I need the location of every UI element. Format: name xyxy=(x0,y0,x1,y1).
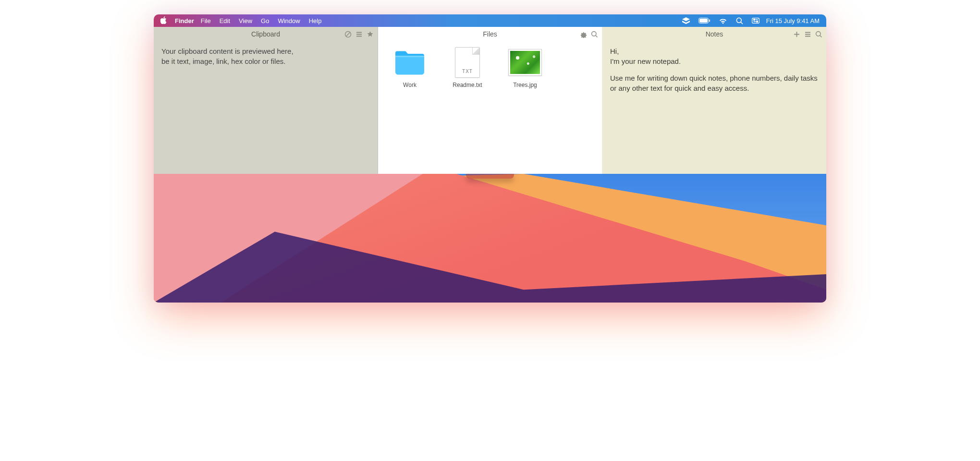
svg-line-16 xyxy=(596,36,598,37)
menu-view[interactable]: View xyxy=(239,17,252,24)
svg-point-15 xyxy=(592,31,596,36)
clipboard-clear-icon[interactable] xyxy=(344,31,352,38)
clipboard-star-icon[interactable] xyxy=(367,31,374,38)
notes-text-line: Hi, xyxy=(610,47,619,55)
folder-icon xyxy=(393,47,427,78)
file-item-txt[interactable]: TXT Readme.txt xyxy=(445,47,490,88)
menubar: Finder File Edit View Go Window Help Fri… xyxy=(154,14,826,27)
clipboard-header: Clipboard xyxy=(154,27,378,41)
menubar-clock[interactable]: Fri 15 July 9:41 AM xyxy=(766,17,820,24)
notes-header: Notes xyxy=(602,27,826,41)
notes-list-icon[interactable] xyxy=(804,31,811,38)
file-label: Work xyxy=(403,82,416,88)
svg-line-23 xyxy=(820,36,822,37)
file-ext-label: TXT xyxy=(462,69,473,74)
notes-add-icon[interactable] xyxy=(793,31,800,38)
notes-body[interactable]: Hi, I'm your new notepad. Use me for wri… xyxy=(602,41,826,105)
notes-panel: Notes Hi, I'm your new notepad. xyxy=(602,27,826,174)
clipboard-title: Clipboard xyxy=(251,30,280,38)
control-center-icon[interactable] xyxy=(752,18,760,24)
txt-file-icon: TXT xyxy=(451,47,484,78)
image-thumbnail-icon xyxy=(508,47,542,78)
svg-rect-2 xyxy=(709,20,710,22)
clipboard-body: Your clipboard content is previewed here… xyxy=(154,41,378,71)
file-label: Trees.jpg xyxy=(513,82,537,88)
battery-icon[interactable] xyxy=(698,18,710,24)
desktop-wallpaper xyxy=(154,174,826,303)
notes-text-line: Use me for writing down quick notes, pho… xyxy=(610,73,819,93)
clipboard-text-line: be it text, image, link, hex color or fi… xyxy=(161,56,370,66)
notes-search-icon[interactable] xyxy=(815,31,822,38)
clipboard-text-line: Your clipboard content is previewed here… xyxy=(161,46,370,56)
wifi-icon[interactable] xyxy=(719,18,727,24)
files-panel: Files Work xyxy=(378,27,602,174)
panels-row: Clipboard Your clipboard content is prev… xyxy=(154,27,826,174)
menu-window[interactable]: Window xyxy=(278,17,300,24)
svg-rect-1 xyxy=(699,19,708,23)
files-body: Work TXT Readme.txt Trees.jpg xyxy=(378,41,602,94)
files-title: Files xyxy=(483,30,497,38)
svg-line-4 xyxy=(741,22,743,24)
file-item-image[interactable]: Trees.jpg xyxy=(503,47,547,88)
menu-edit[interactable]: Edit xyxy=(220,17,230,24)
tray-stack-icon[interactable] xyxy=(682,17,690,24)
drawer-handle[interactable] xyxy=(466,174,514,179)
file-label: Readme.txt xyxy=(453,82,482,88)
menu-file[interactable]: File xyxy=(201,17,211,24)
svg-point-3 xyxy=(736,18,741,23)
menu-go[interactable]: Go xyxy=(261,17,269,24)
svg-line-11 xyxy=(346,32,350,36)
svg-point-22 xyxy=(816,31,821,36)
file-item-folder[interactable]: Work xyxy=(388,47,432,88)
menu-help[interactable]: Help xyxy=(309,17,322,24)
spotlight-search-icon[interactable] xyxy=(736,17,743,24)
files-search-icon[interactable] xyxy=(591,31,598,38)
files-header: Files xyxy=(378,27,602,41)
notes-text-line: I'm your new notepad. xyxy=(610,57,681,65)
screen: Finder File Edit View Go Window Help Fri… xyxy=(154,14,826,303)
files-settings-icon[interactable] xyxy=(580,31,587,38)
clipboard-list-icon[interactable] xyxy=(355,31,363,38)
menubar-app-name[interactable]: Finder xyxy=(175,17,194,24)
svg-rect-5 xyxy=(752,18,759,24)
notes-title: Notes xyxy=(706,30,723,38)
svg-point-8 xyxy=(756,21,758,23)
svg-point-6 xyxy=(753,19,755,21)
apple-menu-icon[interactable] xyxy=(160,16,167,25)
clipboard-panel: Clipboard Your clipboard content is prev… xyxy=(154,27,378,174)
